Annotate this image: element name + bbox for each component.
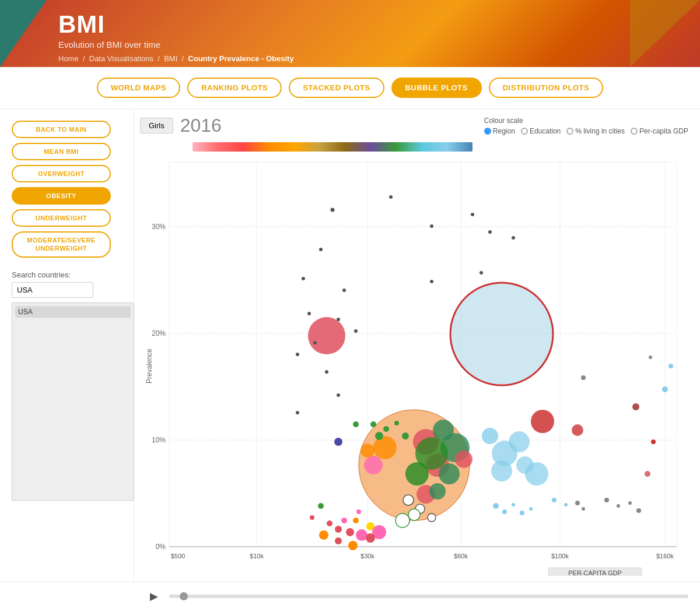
radio-per-capita-gdp[interactable]: Per-capita GDP xyxy=(631,127,688,135)
green-dot3 xyxy=(394,421,399,425)
y-tick-0: 0% xyxy=(156,543,166,551)
bubble-usa[interactable] xyxy=(450,283,553,385)
sdot-orange1 xyxy=(319,530,328,540)
sdot-pink3 xyxy=(356,529,368,541)
radio-circle-region xyxy=(484,128,491,135)
blue-dot-mid xyxy=(334,438,342,446)
sdot-orange2 xyxy=(353,518,359,523)
far-right-lb xyxy=(662,386,668,392)
bubble-red-right2[interactable] xyxy=(572,424,583,436)
bubble-green-sm4[interactable] xyxy=(405,462,429,486)
x-tick-30k: $30k xyxy=(360,553,374,560)
radio-pct-cities[interactable]: % living in cities xyxy=(566,127,625,135)
breadcrumb: Home / Data Visualisations / BMI / Count… xyxy=(58,54,700,63)
sdot-pink2 xyxy=(356,509,361,514)
breadcrumb-bmi[interactable]: BMI xyxy=(164,54,177,63)
sdot-lb6 xyxy=(552,498,556,502)
bubble-outline1 xyxy=(403,495,414,505)
sdot-gray3 xyxy=(604,498,609,502)
far-right-lb2 xyxy=(668,364,673,368)
dot-upper19 xyxy=(480,271,483,275)
bubble-lb-sm2[interactable] xyxy=(509,431,530,452)
sdot-lb1 xyxy=(493,503,499,509)
bubble-red-right[interactable] xyxy=(531,410,554,433)
y-tick-10: 10% xyxy=(152,436,166,444)
sdot-lb2 xyxy=(502,509,507,514)
x-tick-500: $500 xyxy=(171,553,185,560)
btn-mean-bmi[interactable]: MEAN BMI xyxy=(12,143,111,160)
header-decoration-left xyxy=(0,0,47,67)
bubble-pink-sm[interactable] xyxy=(364,456,383,474)
search-input[interactable] xyxy=(12,282,93,298)
sdot-green1 xyxy=(318,503,324,509)
bubble-chart: Prevalence 0% 10% 20% 30% $500 $10k $30k… xyxy=(140,156,688,576)
page-title: BMI xyxy=(58,10,700,38)
bubble-green-sm3[interactable] xyxy=(439,463,460,484)
breadcrumb-home[interactable]: Home xyxy=(58,54,79,63)
radio-region[interactable]: Region xyxy=(484,127,515,135)
gender-button[interactable]: Girls xyxy=(140,118,173,133)
breadcrumb-current: Country Prevalence - Obesity xyxy=(188,54,293,63)
mid-right-gray xyxy=(581,375,586,380)
bubble-orange-md[interactable] xyxy=(373,436,397,459)
bubble-outline3 xyxy=(428,513,436,522)
dot-upper12 xyxy=(354,329,358,333)
bubble-green-sm5[interactable] xyxy=(429,483,446,500)
dot-upper18 xyxy=(430,280,433,283)
tab-ranking-plots[interactable]: RANKING PLOTS xyxy=(187,78,282,98)
tab-world-maps[interactable]: WORLD MAPS xyxy=(97,78,180,98)
search-section: Search countries: USA xyxy=(12,270,122,501)
search-label: Search countries: xyxy=(12,270,122,279)
y-tick-30: 30% xyxy=(152,223,166,231)
country-list-item[interactable]: USA xyxy=(15,306,131,318)
bubble-red-far2[interactable] xyxy=(645,471,650,477)
x-tick-100k: $100k xyxy=(551,553,569,560)
radio-education[interactable]: Education xyxy=(521,127,561,135)
dot-upper9 xyxy=(342,289,346,292)
y-tick-20: 20% xyxy=(152,329,166,337)
page-header: BMI Evolution of BMI over time Home / Da… xyxy=(0,0,700,67)
bubble-lb-md2[interactable] xyxy=(525,462,548,486)
controls-row: Girls 2016 Colour scale Region Education xyxy=(140,115,688,136)
sdot-lb3 xyxy=(512,503,515,507)
bubble-darkred-far[interactable] xyxy=(632,403,639,410)
dot-upper3 xyxy=(430,224,433,228)
bubble-lb-sm1[interactable] xyxy=(482,428,498,444)
radio-circle-per-capita-gdp xyxy=(631,128,638,135)
dot-upper6 xyxy=(512,236,515,240)
colour-scale: Colour scale Region Education % living i… xyxy=(484,117,688,135)
bubble-red-sm3[interactable] xyxy=(455,451,473,468)
dot-upper17 xyxy=(296,411,299,414)
sdot-lb5 xyxy=(529,507,533,511)
tab-stacked-plots[interactable]: STACKED PLOTS xyxy=(289,78,384,98)
dot-upper13 xyxy=(313,341,317,344)
btn-overweight[interactable]: OVERWEIGHT xyxy=(12,165,111,182)
bubble-orange-sm[interactable] xyxy=(360,444,374,458)
x-axis-label-text: PER-CAPITA GDP xyxy=(568,569,621,576)
dot-upper15 xyxy=(296,353,299,356)
btn-moderate-severe[interactable]: MODERATE/SEVERE UNDERWEIGHT xyxy=(12,231,111,258)
chart-area: Girls 2016 Colour scale Region Education xyxy=(134,109,700,582)
btn-obesity[interactable]: OBESITY xyxy=(12,187,111,205)
bubble-red-medium[interactable] xyxy=(308,317,345,354)
btn-underweight[interactable]: UNDERWEIGHT xyxy=(12,209,111,227)
green-dot1 xyxy=(402,432,409,439)
sdot-orange3 xyxy=(348,541,358,550)
play-button[interactable]: ▶ xyxy=(146,588,162,604)
btn-back-to-main[interactable]: BACK TO MAIN xyxy=(12,121,111,138)
bubble-lb-sm3[interactable] xyxy=(491,460,512,481)
far-right-red xyxy=(651,439,656,444)
sdot-pink1 xyxy=(341,518,347,523)
tab-bubble-plots[interactable]: BUBBLE PLOTS xyxy=(391,78,482,98)
sdot-lb7 xyxy=(564,503,568,507)
country-list[interactable]: USA xyxy=(12,303,134,501)
sidebar: BACK TO MAIN MEAN BMI OVERWEIGHT OBESITY… xyxy=(0,109,134,582)
sdot-red2 xyxy=(327,520,332,526)
breadcrumb-visualisations[interactable]: Data Visualisations xyxy=(89,54,153,63)
dot-upper4 xyxy=(471,213,474,216)
y-axis-label: Prevalence xyxy=(145,349,153,384)
timeline-slider[interactable] xyxy=(169,595,688,598)
tab-distribution-plots[interactable]: DISTRIBUTION PLOTS xyxy=(489,78,603,98)
nav-tabs: WORLD MAPS RANKING PLOTS STACKED PLOTS B… xyxy=(0,67,700,109)
x-tick-10k: $10k xyxy=(250,553,264,560)
